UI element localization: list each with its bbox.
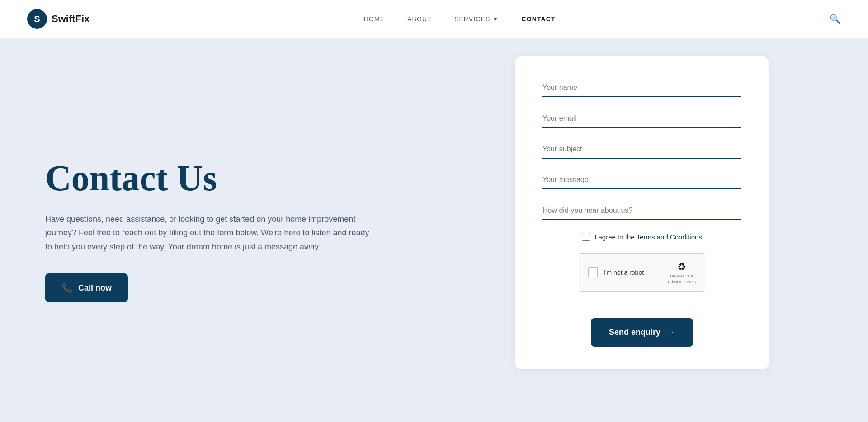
- referral-field-wrapper: [542, 202, 741, 220]
- email-field-wrapper: [542, 110, 741, 128]
- logo[interactable]: S SwiftFix: [27, 9, 90, 29]
- chevron-down-icon: ▼: [492, 15, 499, 23]
- nav-about[interactable]: ABOUT: [407, 15, 432, 23]
- contact-form-card: I agree to the Terms and Conditions I'm …: [515, 56, 769, 369]
- recaptcha-icon: ♻: [677, 261, 686, 273]
- name-field-wrapper: [542, 79, 741, 97]
- brand-name: SwiftFix: [52, 13, 90, 25]
- arrow-right-icon: →: [666, 327, 675, 338]
- recaptcha-policy-links: Privacy - Terms: [668, 280, 696, 284]
- nav-contact[interactable]: CONTACT: [521, 15, 555, 23]
- recaptcha-label: I'm not a robot: [604, 269, 662, 276]
- checkbox-label: I agree to the Terms and Conditions: [594, 233, 702, 241]
- navbar: S SwiftFix HOME ABOUT SERVICES ▼ CONTACT…: [0, 0, 868, 38]
- email-input[interactable]: [542, 110, 741, 128]
- phone-icon: 📞: [61, 282, 73, 293]
- nav-home[interactable]: HOME: [364, 15, 385, 23]
- subject-field-wrapper: [542, 141, 741, 159]
- recaptcha-brand: reCAPTCHA: [670, 274, 693, 279]
- call-now-button[interactable]: 📞 Call now: [45, 273, 128, 302]
- nav-services[interactable]: SERVICES ▼: [454, 15, 499, 23]
- nav-actions: 🔍: [830, 14, 841, 24]
- subject-input[interactable]: [542, 141, 741, 159]
- nav-links: HOME ABOUT SERVICES ▼ CONTACT: [364, 15, 556, 23]
- search-button[interactable]: 🔍: [830, 14, 841, 24]
- name-input[interactable]: [542, 79, 741, 97]
- recaptcha-widget[interactable]: I'm not a robot ♻ reCAPTCHA Privacy - Te…: [579, 253, 705, 292]
- hero-section: Contact Us Have questions, need assistan…: [0, 38, 868, 422]
- referral-input[interactable]: [542, 202, 741, 220]
- recaptcha-wrapper: I'm not a robot ♻ reCAPTCHA Privacy - Te…: [542, 253, 741, 305]
- message-field-wrapper: [542, 171, 741, 189]
- terms-checkbox[interactable]: [582, 233, 590, 241]
- recaptcha-checkbox[interactable]: [588, 267, 598, 277]
- terms-row: I agree to the Terms and Conditions: [542, 233, 741, 241]
- logo-icon: S: [27, 9, 47, 29]
- hero-title: Contact Us: [45, 158, 371, 198]
- recaptcha-logo: ♻ reCAPTCHA Privacy - Terms: [668, 261, 696, 284]
- send-enquiry-button[interactable]: Send enquiry →: [591, 318, 693, 347]
- message-input[interactable]: [542, 171, 741, 189]
- hero-description: Have questions, need assistance, or look…: [45, 212, 371, 254]
- search-icon: 🔍: [830, 14, 841, 24]
- hero-left-panel: Contact Us Have questions, need assistan…: [0, 38, 416, 422]
- hero-right-panel: I agree to the Terms and Conditions I'm …: [416, 38, 868, 422]
- terms-link[interactable]: Terms and Conditions: [637, 233, 702, 241]
